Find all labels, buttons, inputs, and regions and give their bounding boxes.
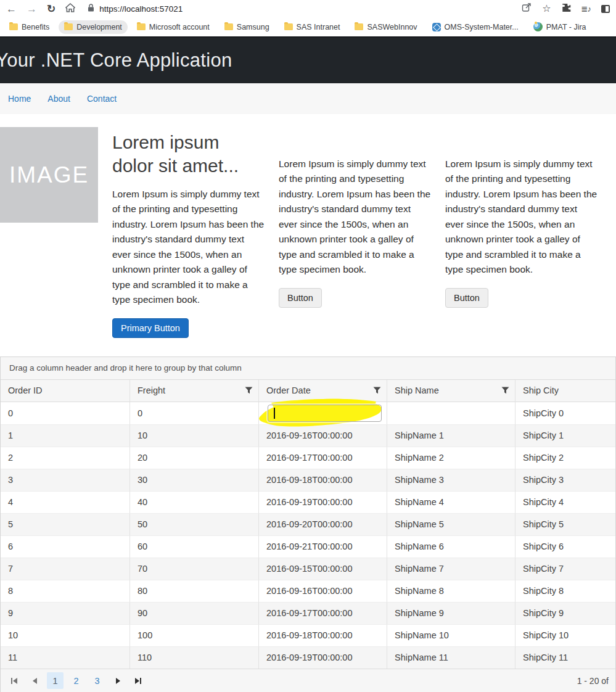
- bookmark-item[interactable]: PMAT - Jira: [528, 20, 592, 34]
- hero-section: IMAGE Lorem ipsum dolor sit amet... Lore…: [0, 114, 616, 338]
- folder-icon: [9, 23, 18, 30]
- oms-icon: [432, 23, 441, 31]
- last-page-button[interactable]: [130, 673, 146, 689]
- column-header-order-date[interactable]: Order Date: [258, 380, 387, 402]
- cell-ship-name: ShipName 4: [387, 491, 515, 513]
- column-header-ship-city[interactable]: Ship City: [515, 380, 615, 402]
- bookmark-item[interactable]: SAS Intranet: [279, 20, 346, 34]
- order-date-filter-input[interactable]: [268, 405, 382, 422]
- cell-ship-city: ShipCity 8: [515, 580, 615, 602]
- grid-scroll-area: Order IDFreightOrder DateShip NameShip C…: [1, 380, 615, 669]
- cell-ship-city: ShipCity 2: [515, 447, 615, 469]
- cell-freight: 90: [129, 602, 258, 624]
- cell-freight: 20: [129, 447, 258, 469]
- bookmark-item[interactable]: SASWebInnov: [349, 20, 422, 34]
- cell-ship-city: ShipCity 11: [515, 646, 615, 669]
- cell-ship-city: ShipCity 9: [515, 602, 615, 624]
- hero-column-3: Lorem Ipsum is simply dummy text of the …: [445, 127, 598, 338]
- cell-order-date: 2016-09-18T00:00:00: [258, 469, 387, 491]
- bookmark-item[interactable]: Samsung: [219, 20, 275, 34]
- cell-freight: 80: [129, 580, 258, 602]
- nav-link-about[interactable]: About: [47, 94, 70, 104]
- cell-ship-name: ShipName 6: [387, 535, 515, 558]
- secondary-button[interactable]: Button: [445, 288, 488, 308]
- forward-icon[interactable]: →: [27, 4, 37, 14]
- orders-table: Order IDFreightOrder DateShip NameShip C…: [1, 380, 615, 669]
- column-header-label: Ship City: [523, 385, 559, 395]
- bookmark-label: Microsoft account: [149, 23, 210, 31]
- lock-icon: [88, 3, 94, 14]
- bookmarks-bar: BenefitsDevelopmentMicrosoft accountSams…: [0, 17, 616, 36]
- table-row: 3302016-09-18T00:00:00ShipName 3ShipCity…: [1, 469, 615, 491]
- group-drop-zone[interactable]: Drag a column header and drop it here to…: [1, 357, 615, 380]
- column-header-freight[interactable]: Freight: [129, 380, 258, 402]
- secondary-button[interactable]: Button: [279, 288, 322, 308]
- url-text[interactable]: https://localhost:57021: [99, 4, 183, 14]
- folder-icon: [137, 23, 146, 30]
- cell-order-date: 2016-09-17T00:00:00: [258, 447, 387, 469]
- first-page-button[interactable]: [6, 673, 22, 689]
- cell-order-id: 5: [1, 513, 129, 535]
- bookmark-label: Samsung: [237, 23, 269, 31]
- bookmark-item[interactable]: Development: [59, 20, 128, 34]
- cell-freight: 60: [129, 535, 258, 558]
- table-row: 9902016-09-17T00:00:00ShipName 9ShipCity…: [1, 602, 615, 624]
- cell-ship-city: ShipCity 7: [515, 558, 615, 580]
- cell-ship-city: ShipCity 1: [515, 424, 615, 447]
- cell-freight: 50: [129, 513, 258, 535]
- cell-order-id: 1: [1, 424, 129, 447]
- cell-ship-city: ShipCity 5: [515, 513, 615, 535]
- pager: 123 1 - 20 of: [1, 669, 615, 692]
- cell-ship-name: ShipName 9: [387, 602, 515, 624]
- cell-freight: 70: [129, 558, 258, 580]
- bookmark-item[interactable]: Microsoft account: [131, 20, 215, 34]
- bookmark-item[interactable]: OMS-System-Mater...: [427, 20, 524, 34]
- folder-icon: [284, 23, 293, 30]
- bookmark-star-icon[interactable]: ☆: [542, 4, 551, 14]
- page-button-2[interactable]: 2: [68, 672, 84, 689]
- filter-icon[interactable]: [373, 387, 381, 394]
- folder-icon: [355, 23, 363, 30]
- back-icon[interactable]: ←: [6, 4, 17, 14]
- refresh-icon[interactable]: ↻: [47, 4, 55, 14]
- cell-order-date: 2016-09-21T00:00:00: [258, 535, 387, 558]
- previous-page-button[interactable]: [27, 673, 43, 689]
- cell-ship-city: ShipCity 4: [515, 491, 615, 513]
- cell-ship-city: ShipCity 3: [515, 469, 615, 491]
- home-icon[interactable]: [65, 3, 75, 15]
- bookmark-label: Benefits: [22, 23, 49, 31]
- nav-link-home[interactable]: Home: [8, 94, 31, 104]
- cell-order-id: 0: [1, 402, 129, 424]
- address-bar[interactable]: https://localhost:57021: [88, 3, 512, 14]
- cell-ship-name: ShipName 1: [387, 424, 515, 447]
- page-button-3[interactable]: 3: [89, 672, 105, 689]
- page-title: Your .NET Core Application: [0, 49, 232, 72]
- column-header-order-id[interactable]: Order ID: [1, 380, 129, 402]
- nav-link-contact[interactable]: Contact: [87, 94, 117, 104]
- column-header-ship-name[interactable]: Ship Name: [387, 380, 515, 402]
- page-body: IMAGE Lorem ipsum dolor sit amet... Lore…: [0, 114, 616, 692]
- cell-freight: 0: [129, 402, 258, 424]
- cell-ship-city: ShipCity 6: [515, 535, 615, 558]
- extensions-icon[interactable]: [562, 3, 571, 15]
- primary-button[interactable]: Primary Button: [112, 318, 189, 338]
- table-row: 111102016-09-19T00:00:00ShipName 11ShipC…: [1, 646, 615, 669]
- cell-order-date: 2016-09-17T00:00:00: [258, 602, 387, 624]
- page-button-1[interactable]: 1: [47, 672, 64, 689]
- cell-order-date: 2016-09-20T00:00:00: [258, 513, 387, 535]
- share-icon[interactable]: [522, 3, 532, 15]
- browser-toolbar: ← → ↻ https://localhost:57021 ☆ ≣♪: [0, 0, 616, 17]
- next-page-button[interactable]: [110, 673, 126, 689]
- side-panel-icon[interactable]: [601, 5, 610, 13]
- cell-order-id: 3: [1, 469, 129, 491]
- hero-column-2: Lorem Ipsum is simply dummy text of the …: [279, 127, 431, 338]
- cell-order-date: 2016-09-16T00:00:00: [258, 424, 387, 447]
- media-controls-icon[interactable]: ≣♪: [581, 4, 591, 14]
- hero-heading: Lorem ipsum dolor sit amet...: [112, 131, 265, 177]
- cell-freight: 10: [129, 424, 258, 447]
- filter-icon[interactable]: [501, 387, 509, 394]
- filter-icon[interactable]: [245, 387, 253, 394]
- bookmark-item[interactable]: Benefits: [4, 20, 55, 34]
- cell-ship-name: ShipName 10: [387, 624, 515, 646]
- cell-order-date: 2016-09-16T00:00:00: [258, 580, 387, 602]
